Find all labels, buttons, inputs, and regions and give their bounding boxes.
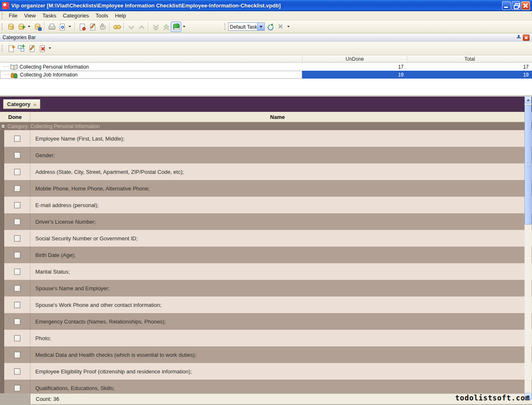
task-checkbox[interactable]	[14, 235, 20, 242]
menu-tasks[interactable]: Tasks	[39, 12, 59, 20]
new-task-icon	[78, 23, 86, 30]
menu-help[interactable]: Help	[111, 12, 129, 20]
task-row[interactable]: Mobile Phone, Home Phone, Alternative Ph…	[0, 180, 532, 197]
save-database-button[interactable]	[32, 22, 42, 32]
task-name-label: Social Security Number or Government ID;	[30, 230, 532, 247]
task-row[interactable]: E-mail address (personal);	[0, 197, 532, 213]
task-checkbox[interactable]	[14, 185, 20, 192]
task-checkbox[interactable]	[14, 319, 20, 325]
task-views-button[interactable]	[171, 22, 181, 32]
scrollbar-grip-icon	[527, 163, 530, 167]
collapse-group-icon[interactable]	[1, 124, 5, 128]
categories-bar-caption: Categories Bar	[0, 34, 532, 42]
print-button[interactable]	[46, 22, 57, 32]
menu-drag-handle[interactable]	[2, 12, 4, 19]
menu-file[interactable]: File	[5, 12, 21, 20]
clear-filter-button[interactable]	[275, 22, 286, 32]
task-checkbox[interactable]	[14, 152, 20, 158]
menu-view[interactable]: View	[21, 12, 39, 20]
move-to-top-button[interactable]	[160, 22, 171, 32]
task-checkbox[interactable]	[14, 385, 20, 391]
combobox-dropdown-button[interactable]	[257, 23, 264, 30]
task-row[interactable]: Employee Name (First, Last, Middle);	[0, 130, 532, 147]
task-checkbox[interactable]	[14, 219, 20, 225]
toolbar-drag-handle[interactable]	[2, 23, 4, 30]
move-to-top-icon	[162, 23, 170, 30]
task-row[interactable]: Spouse's Name and Employer;	[0, 280, 532, 296]
task-row[interactable]: Photo;	[0, 330, 532, 346]
vertical-scrollbar[interactable]	[525, 96, 532, 400]
tree-line	[4, 74, 10, 75]
task-name-label: Photo;	[30, 330, 532, 346]
task-checkbox[interactable]	[14, 202, 20, 208]
task-row[interactable]: Spouse's Work Phone and other contact in…	[0, 296, 532, 313]
view-toolbar-dropdown-icon[interactable]	[287, 26, 290, 27]
task-views-dropdown-icon[interactable]	[183, 26, 185, 27]
scroll-up-button[interactable]	[525, 96, 532, 104]
undone-column-header[interactable]: UnDone	[302, 55, 407, 62]
new-category-icon	[7, 44, 15, 52]
task-checkbox[interactable]	[14, 269, 20, 275]
categories-toolbar-dropdown-icon[interactable]	[49, 47, 51, 49]
move-down-button[interactable]	[126, 22, 136, 32]
done-cell	[4, 380, 30, 393]
view-toolbar-drag-handle[interactable]	[224, 23, 227, 30]
delete-category-button[interactable]	[37, 43, 47, 54]
open-database-button[interactable]	[16, 22, 26, 32]
total-column-header[interactable]: Total	[407, 55, 532, 62]
group-header-row[interactable]: Category: Collecting Personal Informatio…	[0, 122, 532, 130]
task-checkbox[interactable]	[14, 285, 20, 291]
task-checkbox[interactable]	[14, 368, 20, 375]
print-dropdown-icon[interactable]	[69, 26, 71, 27]
done-column-header[interactable]: Done	[0, 112, 30, 122]
task-checkbox[interactable]	[14, 252, 20, 258]
task-checkbox[interactable]	[14, 352, 20, 358]
task-row[interactable]: Address (State, City, Street, Apartment,…	[0, 163, 532, 180]
menu-tools[interactable]: Tools	[92, 12, 111, 20]
group-by-category-button[interactable]: Category	[3, 99, 40, 109]
task-checkbox[interactable]	[14, 136, 20, 142]
task-checkbox[interactable]	[14, 169, 20, 175]
category-row-personal[interactable]: Collecting Personal Information 17 17	[0, 63, 532, 71]
task-row[interactable]: Driver's License Number;	[0, 213, 532, 230]
task-view-combobox[interactable]: Default Task V	[228, 22, 265, 31]
category-row-job-selected[interactable]: Collecting Job Information 19 19	[0, 71, 532, 79]
close-panel-button[interactable]	[523, 35, 530, 41]
group-indent	[0, 296, 4, 313]
task-row[interactable]: Social Security Number or Government ID;	[0, 230, 532, 247]
minimize-button[interactable]	[502, 1, 511, 10]
task-row[interactable]: Emergency Contacts (Names, Relationships…	[0, 313, 532, 330]
task-checkbox[interactable]	[14, 302, 20, 308]
new-task-button[interactable]	[76, 22, 87, 32]
edit-category-button[interactable]	[26, 43, 37, 54]
assign-task-button[interactable]	[97, 22, 108, 32]
close-button[interactable]	[521, 1, 530, 10]
move-up-button[interactable]	[136, 22, 146, 32]
new-database-button[interactable]	[5, 22, 16, 32]
edit-task-button[interactable]	[87, 22, 97, 32]
restore-button[interactable]	[512, 1, 520, 10]
task-checkbox[interactable]	[14, 335, 20, 341]
open-database-dropdown-icon[interactable]	[28, 26, 30, 27]
task-row[interactable]: Gender;	[0, 147, 532, 163]
task-row[interactable]: Birth Date (Age);	[0, 247, 532, 263]
task-row[interactable]: Qualifications, Educations, Skills;	[0, 380, 532, 393]
task-name-label: Employee Eligibility Proof (citizenship …	[30, 363, 532, 380]
new-subcategory-button[interactable]	[16, 43, 26, 54]
categories-table: UnDone Total Collecting Personal Informa…	[0, 55, 532, 96]
new-category-button[interactable]	[5, 43, 16, 54]
move-up-icon	[138, 23, 145, 30]
scrollbar-thumb[interactable]	[525, 105, 532, 225]
refresh-view-button[interactable]	[265, 22, 275, 32]
task-row[interactable]: Employee Eligibility Proof (citizenship …	[0, 363, 532, 380]
menu-categories[interactable]: Categories	[59, 12, 92, 20]
pin-panel-button[interactable]	[515, 35, 521, 41]
print-preview-button[interactable]	[57, 22, 67, 32]
name-column-header[interactable]: Name	[30, 112, 525, 122]
category-name-column-header[interactable]	[0, 55, 302, 62]
move-to-bottom-button[interactable]	[150, 22, 160, 32]
task-row[interactable]: Marital Status;	[0, 263, 532, 280]
categories-toolbar-drag-handle[interactable]	[2, 45, 4, 52]
task-row[interactable]: Medical Data and Health checks (which is…	[0, 346, 532, 363]
search-button[interactable]	[111, 22, 122, 32]
